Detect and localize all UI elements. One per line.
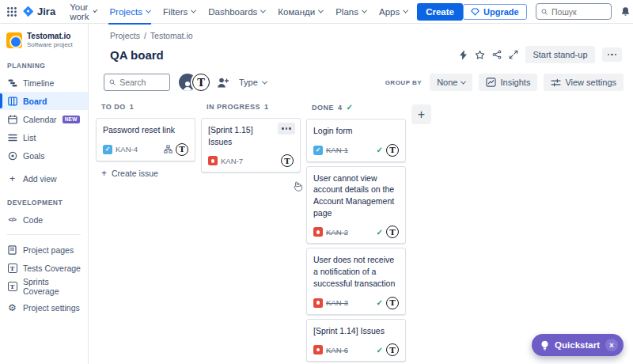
nav-filters[interactable]: Filters: [157, 0, 202, 24]
column-count: 1: [130, 103, 135, 111]
nav-plans[interactable]: Plans: [329, 0, 373, 24]
sidebar-item-label: Goals: [23, 151, 44, 161]
start-standup-button[interactable]: Start stand-up: [525, 46, 594, 63]
nav-label: Plans: [335, 7, 358, 17]
create-button[interactable]: Create: [417, 3, 463, 21]
issue-card[interactable]: [Sprint 1.15] Issues KAN-7 T: [201, 118, 301, 173]
top-navigation: Jira Your work Projects Filters Dashboar…: [0, 0, 633, 24]
assignee-avatar[interactable]: T: [281, 154, 294, 167]
nav-apps[interactable]: Apps: [373, 0, 414, 24]
issue-card[interactable]: Password reset link ✓ KAN-4 T: [96, 118, 195, 161]
column-header: DONE 4 ✓: [306, 103, 406, 119]
card-title: User cannot view account details on the …: [313, 173, 399, 219]
column-done: DONE 4 ✓ Login form ✓ KAN-1 ✓ T: [306, 103, 406, 364]
assignee-avatar[interactable]: T: [386, 297, 399, 309]
sidebar-item-board[interactable]: Board: [0, 92, 88, 110]
group-by-dropdown[interactable]: None: [430, 74, 472, 91]
type-filter-dropdown[interactable]: Type: [239, 78, 267, 87]
nav-projects[interactable]: Projects: [103, 0, 157, 24]
card-title: [Sprint 1.14] Issues: [313, 325, 399, 337]
board-icon: [7, 97, 17, 106]
assignee-avatar[interactable]: T: [386, 226, 399, 238]
add-column-button[interactable]: +: [411, 104, 431, 124]
breadcrumb-project[interactable]: Testomat.io: [150, 31, 193, 40]
assignee-avatar[interactable]: T: [386, 343, 399, 356]
view-settings-label: View settings: [565, 78, 616, 87]
insights-button[interactable]: Insights: [479, 74, 537, 91]
chevron-down-icon: [461, 78, 466, 84]
view-settings-button[interactable]: View settings: [544, 74, 624, 91]
nav-dashboards[interactable]: Dashboards: [202, 0, 271, 24]
breadcrumb-projects[interactable]: Projects: [110, 31, 140, 40]
assignee-avatar[interactable]: T: [386, 144, 399, 157]
gem-icon: [471, 8, 479, 16]
board-more-button[interactable]: [602, 47, 623, 63]
issue-key: KAN-2: [326, 228, 348, 237]
nav-your-work[interactable]: Your work: [63, 0, 103, 24]
issue-card[interactable]: User cannot view account details on the …: [306, 166, 406, 245]
upgrade-button[interactable]: Upgrade: [463, 4, 527, 20]
board-search[interactable]: [104, 74, 170, 91]
add-view-button[interactable]: + Add view: [0, 169, 88, 188]
project-header[interactable]: Testomat.io Software project: [0, 32, 88, 55]
add-view-label: Add view: [23, 174, 57, 184]
create-issue-label: Create issue: [112, 169, 158, 178]
search-icon: [541, 8, 548, 16]
nav-label: Apps: [379, 7, 400, 17]
sidebar-item-tests-coverage[interactable]: T Tests Coverage: [0, 259, 88, 277]
global-search[interactable]: [536, 3, 612, 20]
card-more-button[interactable]: [278, 123, 295, 135]
nav-label: Your work: [70, 2, 90, 21]
sidebar-divider: [7, 234, 81, 235]
goals-icon: [7, 151, 17, 161]
share-icon[interactable]: [492, 50, 502, 59]
nav-teams[interactable]: Команди: [271, 0, 329, 24]
sidebar-item-label: Code: [23, 215, 43, 225]
sidebar-item-timeline[interactable]: Timeline: [0, 74, 88, 92]
app-switcher-icon[interactable]: [6, 6, 17, 17]
issue-card[interactable]: User does not receive a notification of …: [306, 248, 406, 314]
chevron-down-icon: [318, 8, 324, 13]
resolved-check-icon: ✓: [377, 298, 383, 307]
timeline-icon: [7, 78, 17, 88]
bug-type-icon: [313, 227, 323, 237]
resolved-check-icon: ✓: [377, 346, 383, 355]
jira-logo[interactable]: Jira: [22, 6, 55, 17]
fullscreen-icon[interactable]: [509, 50, 518, 59]
user-avatar[interactable]: T: [192, 74, 210, 91]
sidebar-item-list[interactable]: List: [0, 128, 88, 146]
sidebar-item-sprints-coverage[interactable]: T Sprints Coverage: [0, 277, 88, 295]
issue-card[interactable]: Login form ✓ KAN-1 ✓ T: [306, 119, 406, 162]
task-type-icon: ✓: [103, 145, 112, 154]
automation-lightning-icon[interactable]: [459, 50, 468, 60]
assignee-avatar[interactable]: T: [176, 143, 188, 156]
sidebar-item-goals[interactable]: Goals: [0, 146, 88, 165]
sidebar-item-label: Board: [23, 97, 47, 106]
board-toolbar: T Type GROUP BY None Insights: [104, 74, 624, 91]
star-icon[interactable]: [475, 50, 485, 60]
add-person-icon[interactable]: [216, 77, 229, 89]
sidebar-item-calendar[interactable]: Calendar NEW: [0, 110, 88, 128]
close-icon[interactable]: ×: [605, 339, 618, 351]
project-type: Software project: [27, 41, 73, 48]
notifications-bell-icon[interactable]: [620, 6, 631, 17]
chevron-down-icon: [93, 8, 98, 13]
quickstart-button[interactable]: Quickstart ×: [532, 334, 624, 356]
global-search-input[interactable]: [552, 7, 606, 17]
sidebar-item-code[interactable]: </> Code: [0, 210, 88, 229]
resolved-check-icon: ✓: [377, 146, 383, 154]
issue-card[interactable]: [Sprint 1.14] Issues KAN-6 ✓ T: [306, 319, 406, 362]
insights-chart-icon: [486, 78, 496, 87]
sidebar-item-label: Project pages: [23, 245, 74, 255]
board-search-input[interactable]: [119, 78, 165, 87]
resolved-check-icon: ✓: [377, 228, 383, 237]
sidebar-item-project-settings[interactable]: ⚙ Project settings: [0, 298, 88, 317]
testomat-icon: T: [7, 264, 17, 273]
page-title: QA board: [110, 48, 164, 62]
card-title: User does not receive a notification of …: [313, 254, 399, 289]
column-header: TO DO 1: [96, 103, 195, 118]
main-menu: Your work Projects Filters Dashboards Ко…: [63, 0, 414, 24]
create-issue-button[interactable]: + Create issue: [96, 161, 195, 185]
breadcrumb-separator: /: [144, 31, 146, 40]
sidebar-item-project-pages[interactable]: Project pages: [0, 241, 88, 259]
